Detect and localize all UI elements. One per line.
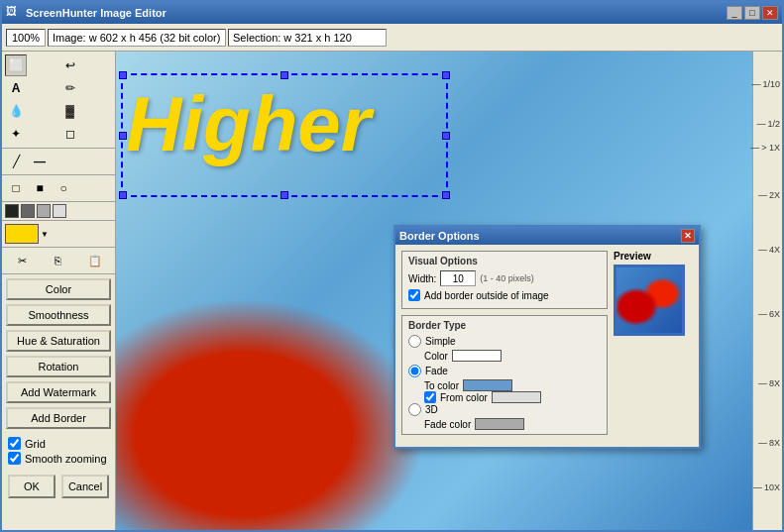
smooth-zoom-checkbox-row: Smooth zooming	[8, 452, 109, 465]
line-tool[interactable]: ╱	[5, 151, 27, 172]
ok-cancel-row: OK Cancel	[2, 471, 115, 502]
text-tool[interactable]: A	[5, 77, 27, 99]
simple-color-label: Color	[424, 351, 448, 362]
wand-tool[interactable]: ✦	[5, 123, 27, 145]
selection-handle-bl[interactable]	[119, 191, 127, 199]
smooth-zoom-checkbox[interactable]	[8, 452, 21, 465]
copy-button[interactable]: ⎘	[48, 250, 69, 271]
border-type-section: Border Type Simple Color F	[401, 315, 608, 435]
minimize-button[interactable]: _	[727, 6, 742, 20]
mid-shade[interactable]	[21, 204, 35, 218]
selection-handle-br[interactable]	[442, 191, 450, 199]
color-dropdown-arrow[interactable]: ▼	[41, 230, 49, 239]
eyedropper-tool[interactable]: 💧	[5, 100, 27, 122]
selection-handle-ml[interactable]	[119, 132, 127, 140]
ok-button[interactable]: OK	[8, 475, 56, 498]
cut-button[interactable]: ✂	[11, 250, 33, 271]
3d-radio[interactable]	[408, 403, 421, 416]
simple-radio[interactable]	[408, 335, 421, 348]
to-color-bar[interactable]	[463, 379, 512, 391]
selection-handle-tm[interactable]	[280, 71, 288, 79]
outside-border-row: Add border outside of image	[408, 289, 601, 301]
from-color-checkbox[interactable]	[424, 391, 436, 403]
add-border-button[interactable]: Add Border	[6, 407, 111, 429]
grid-label: Grid	[25, 438, 46, 450]
from-color-label: From color	[440, 392, 488, 403]
simple-color-bar[interactable]	[452, 350, 502, 362]
cancel-button[interactable]: Cancel	[61, 475, 109, 498]
main-area: ⬜ ↩ A ✏ 💧 ▓ ✦ ◻ ╱ — □ ■ ○	[2, 52, 782, 530]
outside-border-checkbox[interactable]	[408, 289, 420, 301]
selection-handle-mr[interactable]	[442, 132, 450, 140]
gray-shades-row	[2, 202, 115, 221]
selection-handle-bm[interactable]	[280, 191, 288, 199]
lighter-shade[interactable]	[53, 204, 66, 218]
color-button[interactable]: Color	[6, 278, 111, 300]
color-row: ▼	[2, 221, 115, 248]
fade-radio-row: Fade	[408, 365, 601, 377]
dialog-close-button[interactable]: ✕	[681, 229, 695, 243]
to-color-label: To color	[424, 380, 459, 391]
border-type-title: Border Type	[408, 320, 601, 331]
simple-radio-row: Simple	[408, 335, 601, 348]
scale-mark-7: 8X	[758, 378, 780, 388]
color-swatch[interactable]	[5, 224, 39, 244]
from-color-bar[interactable]	[492, 391, 541, 403]
scale-mark-8: 8X	[758, 438, 780, 448]
scale-mark-3: > 1X	[750, 143, 780, 153]
fade-color-bar[interactable]	[475, 418, 524, 430]
scale-mark-1: 1/10	[751, 79, 780, 89]
dialog-title-text: Border Options	[399, 230, 480, 242]
maximize-button[interactable]: □	[744, 6, 760, 20]
undo-tool[interactable]: ↩	[59, 54, 81, 76]
preview-image	[614, 265, 685, 336]
rotation-button[interactable]: Rotation	[6, 356, 111, 377]
width-input[interactable]	[440, 270, 476, 286]
smooth-zoom-label: Smooth zooming	[25, 453, 107, 465]
selection-box[interactable]	[121, 73, 448, 197]
dialog-title-bar: Border Options ✕	[395, 227, 699, 245]
side-buttons: Color Smoothness Hue & Saturation Rotati…	[2, 274, 115, 433]
filled-rect-tool[interactable]: ■	[29, 177, 51, 199]
canvas-area[interactable]: Higher 1/10 1/2 > 1X 2X 4X	[116, 52, 782, 530]
fade-color-row: Fade color	[424, 418, 601, 430]
title-bar: 🖼 ScreenHunter Image Editor _ □ ✕	[2, 2, 782, 24]
3d-radio-row: 3D	[408, 403, 601, 416]
action-row: ✂ ⎘ 📋	[2, 248, 115, 274]
preview-panel: Preview	[614, 251, 693, 441]
dialog-body: Visual Options Width: (1 - 40 pixels) Ad…	[395, 245, 699, 447]
zoom-input[interactable]: 100%	[6, 29, 46, 47]
selection-handle-tl[interactable]	[119, 71, 127, 79]
thick-line-tool[interactable]: —	[29, 151, 51, 172]
dark-shade[interactable]	[5, 204, 19, 218]
app-icon: 🖼	[6, 5, 22, 21]
fade-radio[interactable]	[408, 365, 421, 377]
checkboxes: Grid Smooth zooming	[2, 433, 115, 471]
add-watermark-button[interactable]: Add Watermark	[6, 381, 111, 403]
select-tool[interactable]: ⬜	[5, 54, 27, 76]
selection-handle-tr[interactable]	[442, 71, 450, 79]
eraser-tool[interactable]: ◻	[59, 123, 81, 145]
light-shade[interactable]	[37, 204, 51, 218]
to-color-row: To color	[424, 379, 601, 391]
hue-saturation-button[interactable]: Hue & Saturation	[6, 330, 111, 352]
title-bar-buttons: _ □ ✕	[727, 6, 778, 20]
scale-mark-5: 4X	[758, 245, 780, 255]
pencil-tool[interactable]: ✏	[59, 77, 81, 99]
line-tools-row: ╱ —	[2, 149, 115, 175]
paste-button[interactable]: 📋	[84, 250, 106, 271]
rect-tool[interactable]: □	[5, 177, 27, 199]
dialog-left-panel: Visual Options Width: (1 - 40 pixels) Ad…	[401, 251, 608, 441]
ellipse-tool[interactable]: ○	[53, 177, 74, 199]
close-button[interactable]: ✕	[762, 6, 778, 20]
image-info: Image: w 602 x h 456 (32 bit color)	[48, 29, 226, 47]
smoothness-button[interactable]: Smoothness	[6, 304, 111, 326]
preview-label: Preview	[614, 251, 693, 262]
width-hint: (1 - 40 pixels)	[480, 273, 534, 283]
fade-label: Fade	[425, 366, 448, 376]
scale-mark-6: 6X	[758, 309, 780, 319]
scale-mark-2: 1/2	[756, 119, 780, 129]
fill-tool[interactable]: ▓	[59, 100, 81, 122]
grid-checkbox[interactable]	[8, 437, 21, 450]
scale-mark-4: 2X	[758, 190, 780, 200]
